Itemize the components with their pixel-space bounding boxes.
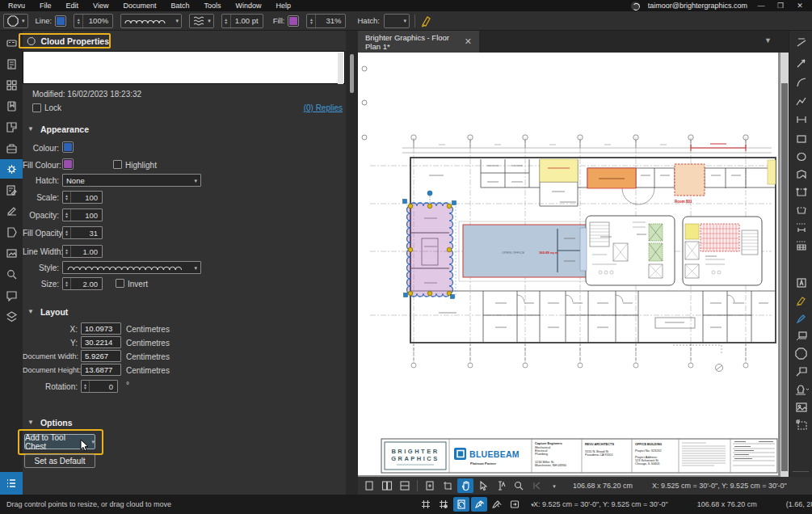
cloud-markup-shape[interactable] — [407, 203, 453, 297]
zoom-tool-icon[interactable] — [511, 478, 527, 493]
opacity-stepper[interactable]: ▲▼100 — [62, 209, 103, 221]
rectangle-icon[interactable] — [792, 131, 810, 147]
minimize-button[interactable]: — — [755, 1, 767, 11]
signatures-icon[interactable] — [0, 201, 23, 221]
view-history-chevron-icon[interactable]: ▾ — [546, 478, 562, 493]
insert-page-icon[interactable] — [422, 478, 438, 493]
snap-content-icon[interactable] — [453, 497, 469, 512]
line-color-swatch[interactable] — [55, 15, 66, 27]
cloud-icon[interactable] — [792, 345, 810, 361]
line-endings-dropdown[interactable]: ▾ — [189, 14, 214, 28]
x-input[interactable]: 10.0973 — [81, 322, 121, 335]
grid-icon[interactable] — [418, 497, 434, 512]
arrow-icon[interactable] — [792, 55, 810, 71]
spin-arrows-icon[interactable]: ▲▼ — [222, 15, 231, 27]
collapse-strip-icon[interactable] — [792, 34, 810, 50]
arc-icon[interactable] — [792, 74, 810, 91]
image-icon[interactable] — [792, 399, 810, 415]
crop-page-icon[interactable] — [440, 478, 456, 493]
pen-mode-icon[interactable] — [489, 497, 505, 512]
set-as-default-button[interactable]: Set as Default — [24, 454, 95, 468]
colour-swatch[interactable] — [62, 141, 74, 153]
hatch-dropdown[interactable]: None▾ — [62, 174, 201, 187]
document-height-input[interactable]: 13.6877 — [81, 364, 121, 376]
polyline-icon[interactable] — [792, 94, 810, 110]
document-viewport[interactable]: Room 801 OPEN OFFICE 160.89 sq m — [358, 53, 780, 477]
polygon-icon[interactable] — [792, 166, 810, 183]
line-opacity-stepper[interactable]: ▲▼ 100% — [74, 14, 113, 28]
pan-tool-icon[interactable] — [457, 478, 473, 493]
pen-icon[interactable] — [792, 310, 810, 327]
bookmarks-icon[interactable] — [0, 96, 23, 116]
callout-icon[interactable] — [792, 364, 810, 380]
split-horizontal-icon[interactable] — [397, 478, 413, 493]
size-stepper[interactable]: ▲▼2.00 — [62, 277, 103, 290]
dimension-icon[interactable] — [792, 112, 810, 128]
markup-list-toggle-icon[interactable] — [0, 472, 23, 495]
highlighter-mode-icon[interactable] — [420, 15, 432, 27]
cloud-style-dropdown[interactable]: ▾ — [120, 14, 182, 28]
rotation-handle[interactable] — [427, 191, 432, 196]
fill-colour-swatch[interactable] — [62, 158, 74, 170]
measure-area-icon[interactable] — [792, 238, 810, 254]
markups-list-icon[interactable] — [0, 180, 23, 200]
document-width-input[interactable]: 5.9267 — [81, 350, 121, 362]
invert-checkbox[interactable] — [116, 279, 124, 288]
properties-icon[interactable] — [0, 159, 23, 179]
previous-view-icon[interactable] — [528, 478, 545, 493]
menu-view[interactable]: View — [93, 2, 108, 10]
menu-batch[interactable]: Batch — [170, 2, 189, 10]
restore-button[interactable]: ❐ — [775, 1, 786, 11]
side-by-side-icon[interactable] — [379, 478, 395, 493]
reuse-tool-icon[interactable] — [507, 497, 523, 512]
menu-tools[interactable]: Tools — [204, 2, 221, 10]
options-section-header[interactable]: ▼ Options — [27, 418, 73, 428]
menu-edit[interactable]: Edit — [66, 2, 79, 10]
y-input[interactable]: 30.2214 — [81, 336, 121, 348]
sketch-polygon-icon[interactable] — [792, 202, 810, 218]
scale-stepper[interactable]: ▲▼100 — [62, 191, 103, 204]
highlighter-icon[interactable] — [792, 293, 810, 309]
snapshot-icon[interactable] — [792, 417, 810, 433]
tab-floor-plan[interactable]: Brighter Graphics - Floor Plan 1* ✕ — [358, 31, 479, 53]
snap-markup-icon[interactable] — [471, 497, 487, 512]
cloud-polygon-icon[interactable] — [792, 184, 810, 200]
single-page-icon[interactable] — [361, 478, 377, 493]
line-width-stepper[interactable]: ▲▼1.00 — [62, 245, 103, 258]
menu-document[interactable]: Document — [123, 2, 156, 10]
flags-icon[interactable] — [0, 222, 23, 242]
select-text-icon[interactable] — [493, 478, 509, 493]
menu-file[interactable]: File — [40, 2, 52, 10]
spaces-icon[interactable] — [0, 117, 23, 137]
tab-close-icon[interactable]: ✕ — [465, 36, 472, 47]
tool-chest-icon[interactable] — [0, 138, 23, 158]
layers-icon[interactable] — [0, 306, 23, 326]
layout-section-header[interactable]: ▼ Layout — [27, 307, 68, 317]
media-icon[interactable] — [0, 243, 23, 263]
account-email[interactable]: taimoor@brightergraphics.com — [648, 2, 747, 10]
menu-help[interactable]: Help — [276, 2, 291, 10]
close-button[interactable]: ✕ — [794, 1, 806, 11]
comment-box[interactable] — [23, 51, 345, 84]
studio-icon[interactable] — [0, 285, 23, 305]
rotation-stepper[interactable]: ▲▼0 — [81, 380, 118, 393]
callout-box-icon[interactable] — [792, 328, 810, 344]
fill-opacity-stepper[interactable]: ▲▼ 31% — [306, 14, 346, 28]
tool-grid-icon[interactable] — [0, 75, 23, 95]
comment-scrollbar[interactable] — [338, 53, 343, 84]
snap-grid-icon[interactable] — [435, 497, 452, 512]
style-dropdown[interactable]: ▾ — [62, 261, 201, 274]
fill-opacity-stepper[interactable]: ▲▼31 — [62, 226, 103, 239]
menu-window[interactable]: Window — [235, 2, 261, 10]
replies-link[interactable]: (0) Replies — [304, 103, 343, 112]
spin-arrows-icon[interactable]: ▲▼ — [74, 15, 83, 27]
panel-divider[interactable] — [346, 31, 358, 495]
stamp-icon[interactable] — [792, 381, 810, 398]
thumbnails-icon[interactable] — [0, 54, 23, 74]
lock-checkbox[interactable] — [32, 103, 41, 112]
scrollbar-thumb[interactable] — [781, 83, 788, 471]
select-tool-icon[interactable] — [475, 478, 491, 493]
cloud-markup-selected[interactable] — [403, 191, 456, 299]
text-box-icon[interactable] — [792, 275, 810, 291]
vertical-scrollbar[interactable] — [780, 53, 789, 477]
